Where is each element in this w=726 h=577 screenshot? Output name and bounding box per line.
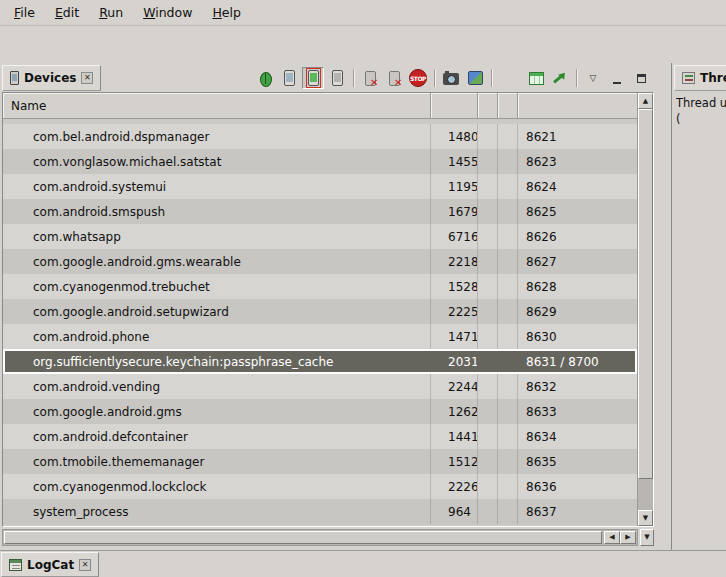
menu-edit[interactable]: Edit [47, 1, 87, 24]
tab-logcat[interactable]: LogCat ✕ [1, 552, 99, 577]
dump-hprof-icon[interactable] [383, 67, 405, 89]
cell-port: 8630 [518, 324, 637, 349]
cell-c3 [478, 149, 498, 174]
table-row[interactable]: com.android.vending224408632 [3, 374, 637, 399]
screen-capture-icon[interactable] [440, 67, 462, 89]
update-heap-icon[interactable] [359, 67, 381, 89]
screen-capture-icon-glyph [443, 73, 459, 85]
cell-name: com.android.vending [3, 374, 431, 399]
cell-port: 8637 [518, 499, 637, 524]
method-profiling-icon[interactable] [549, 67, 571, 89]
threads-message-line2: ( [676, 111, 726, 127]
cell-pid: 14411 [431, 424, 478, 449]
cell-port: 8629 [518, 299, 637, 324]
table-row[interactable]: com.cyanogenmod.trebuchet15288628 [3, 274, 637, 299]
minimize-icon-glyph [613, 82, 621, 84]
column-header-name[interactable]: Name [3, 93, 431, 118]
table-row[interactable]: com.android.phone14718630 [3, 324, 637, 349]
table-row[interactable]: com.bel.android.dspmanager14808621 [3, 124, 637, 149]
table-row[interactable]: com.whatsapp67168626 [3, 224, 637, 249]
corner-scroll-down-icon[interactable]: ▼ [640, 529, 654, 546]
cell-name: com.cyanogenmod.lockclock [3, 474, 431, 499]
ddms-window: File Edit Run Window Help Devices ✕ STOP… [0, 0, 726, 577]
cell-pid: 964 [431, 499, 478, 524]
tab-threads[interactable]: Threads [674, 65, 726, 91]
cell-c3 [478, 174, 498, 199]
table-row[interactable]: com.google.android.setupwizard222508629 [3, 299, 637, 324]
minimize-icon[interactable] [606, 67, 628, 89]
cell-name: com.google.android.setupwizard [3, 299, 431, 324]
cell-c3 [478, 449, 498, 474]
column-header-blank1[interactable] [478, 93, 498, 118]
cell-pid: 12623 [431, 399, 478, 424]
cell-c4 [498, 349, 518, 374]
cell-c4 [498, 174, 518, 199]
cell-c3 [478, 299, 498, 324]
cell-name: com.android.phone [3, 324, 431, 349]
scroll-up-icon[interactable]: ▲ [638, 93, 653, 109]
table-row[interactable]: com.android.defcontainer144118634 [3, 424, 637, 449]
table-row[interactable]: system_process9648637 [3, 499, 637, 524]
table-row[interactable]: com.vonglasow.michael.satstat145538623 [3, 149, 637, 174]
device-selected-icon[interactable] [302, 67, 324, 89]
cell-pid: 1512 [431, 449, 478, 474]
table-row[interactable]: com.google.android.gms126238633 [3, 399, 637, 424]
logcat-tab-icon [9, 559, 22, 571]
device-plain-icon[interactable] [326, 67, 348, 89]
column-header-port[interactable] [518, 93, 637, 118]
cell-name: com.vonglasow.michael.satstat [3, 149, 431, 174]
debug-bug-icon[interactable] [254, 67, 276, 89]
threads-message-line1: Thread up [676, 95, 726, 111]
close-tab-icon[interactable]: ✕ [79, 559, 91, 571]
close-tab-icon[interactable]: ✕ [81, 72, 93, 84]
cell-c3 [478, 274, 498, 299]
cell-pid: 22440 [431, 374, 478, 399]
tab-devices[interactable]: Devices ✕ [2, 65, 101, 91]
cell-pid: 1679 [431, 199, 478, 224]
devices-toolbar: STOP▽ [254, 65, 652, 91]
table-header: Name [3, 93, 653, 119]
table-row[interactable]: com.tmobile.thememanager15128635 [3, 449, 637, 474]
tab-threads-label: Threads [700, 71, 726, 85]
view-menu-icon-glyph: ▽ [590, 74, 597, 83]
cell-name: com.google.android.gms [3, 399, 431, 424]
main-toolbar-strip [0, 26, 726, 63]
cell-c3 [478, 224, 498, 249]
cell-c4 [498, 449, 518, 474]
device-icon[interactable] [278, 67, 300, 89]
table-row[interactable]: com.google.android.gms.wearable221858627 [3, 249, 637, 274]
stop-process-icon[interactable]: STOP [407, 67, 429, 89]
scroll-right-icon[interactable]: ▶ [620, 531, 636, 544]
cell-port: 8633 [518, 399, 637, 424]
menu-help[interactable]: Help [204, 1, 249, 24]
cell-c4 [498, 149, 518, 174]
vscroll-thumb[interactable] [638, 109, 653, 479]
horizontal-scrollbar[interactable]: ◀ ▶ [2, 529, 638, 546]
column-header-blank2[interactable] [498, 93, 518, 118]
update-threads-icon[interactable] [525, 67, 547, 89]
view-menu-icon[interactable]: ▽ [582, 67, 604, 89]
cell-pid: 1471 [431, 324, 478, 349]
table-row[interactable]: com.android.smspush16798625 [3, 199, 637, 224]
cell-name: system_process [3, 499, 431, 524]
vertical-scrollbar[interactable]: ▲ ▼ [637, 93, 653, 526]
cell-c3 [478, 199, 498, 224]
capture-trace-icon[interactable] [464, 67, 486, 89]
table-row[interactable]: com.android.systemui11958624 [3, 174, 637, 199]
scroll-left-icon[interactable]: ◀ [604, 531, 620, 544]
cell-port: 8628 [518, 274, 637, 299]
maximize-icon[interactable] [630, 67, 652, 89]
cell-c4 [498, 424, 518, 449]
table-row[interactable]: com.cyanogenmod.lockclock222658636 [3, 474, 637, 499]
cell-c3 [478, 349, 498, 374]
threads-tab-icon [682, 72, 695, 84]
scroll-down-icon[interactable]: ▼ [638, 510, 653, 526]
hscroll-thumb[interactable] [4, 531, 602, 544]
menu-run[interactable]: Run [91, 1, 131, 24]
column-header-pid[interactable] [431, 93, 478, 118]
method-profiling-icon-glyph [553, 71, 567, 85]
table-row[interactable]: org.sufficientlysecure.keychain:passphra… [3, 349, 637, 374]
menu-window[interactable]: Window [135, 1, 200, 24]
cell-port: 8627 [518, 249, 637, 274]
menu-file[interactable]: File [6, 1, 43, 24]
